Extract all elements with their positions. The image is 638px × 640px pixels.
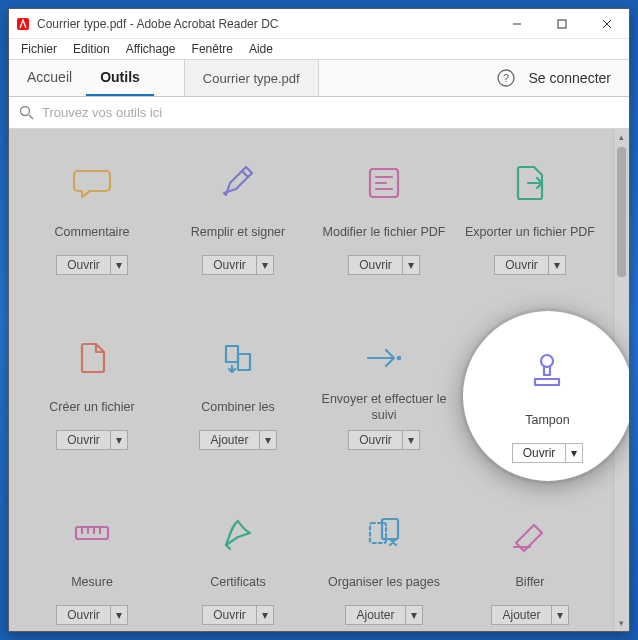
menu-fenetre[interactable]: Fenêtre [186,41,239,57]
menu-aide[interactable]: Aide [243,41,279,57]
tool-action-group: Ouvrir ▾ [56,255,128,275]
tool-action-dropdown[interactable]: ▾ [566,443,583,463]
tool-action-dropdown[interactable]: ▾ [403,430,420,450]
menu-fichier[interactable]: Fichier [15,41,63,57]
signin-link[interactable]: Se connecter [525,60,626,96]
tool-action-group: Ajouter ▾ [199,430,276,450]
tool-action-group: Ouvrir ▾ [348,430,420,450]
tool-combine[interactable]: Combiner les Ajouter ▾ [165,324,311,489]
tool-comment[interactable]: Commentaire Ouvrir ▾ [19,149,165,314]
menubar: Fichier Edition Affichage Fenêtre Aide [9,39,629,59]
titlebar: Courrier type.pdf - Adobe Acrobat Reader… [9,9,629,39]
svg-text:?: ? [502,72,508,84]
scroll-up-icon[interactable]: ▴ [614,129,629,145]
tool-label: Certificats [206,567,270,599]
redact-icon [506,509,554,557]
acrobat-app-icon [15,16,31,32]
tool-action-button[interactable]: Ajouter [199,430,259,450]
tool-create-pdf[interactable]: Créer un fichier Ouvrir ▾ [19,324,165,489]
tool-action-button[interactable]: Ouvrir [494,255,549,275]
tool-action-dropdown[interactable]: ▾ [406,605,423,625]
measure-icon [68,509,116,557]
tool-action-button[interactable]: Ouvrir [56,255,111,275]
export-pdf-icon [506,159,554,207]
tool-action-button[interactable]: Ajouter [345,605,405,625]
tool-action-group: Ouvrir ▾ [512,443,584,463]
certificates-icon [214,509,262,557]
main-toolbar: Accueil Outils Courrier type.pdf ? Se co… [9,59,629,97]
search-bar [9,97,629,129]
svg-point-13 [397,356,402,361]
help-icon[interactable]: ? [487,60,525,96]
tool-label: Remplir et signer [187,217,289,249]
window-title: Courrier type.pdf - Adobe Acrobat Reader… [37,17,278,31]
organize-icon [360,509,408,557]
svg-line-8 [29,115,33,119]
tool-certificates[interactable]: Certificats Ouvrir ▾ [165,499,311,631]
minimize-button[interactable] [494,9,539,39]
tool-label: Organiser les pages [324,567,444,599]
tool-stamp[interactable]: Tampon Ouvrir ▾ [512,329,584,463]
tool-action-button[interactable]: Ouvrir [348,255,403,275]
tool-action-group: Ouvrir ▾ [348,255,420,275]
svg-rect-2 [558,20,566,28]
tab-document[interactable]: Courrier type.pdf [184,60,319,96]
comment-icon [68,159,116,207]
create-pdf-icon [68,334,116,382]
tool-action-button[interactable]: Ouvrir [56,605,111,625]
menu-edition[interactable]: Edition [67,41,116,57]
tool-action-button[interactable]: Ouvrir [56,430,111,450]
tool-action-dropdown[interactable]: ▾ [111,255,128,275]
tool-label: Tampon [521,405,573,437]
search-icon [19,105,34,120]
send-track-icon [360,334,408,382]
tool-label: Commentaire [50,217,133,249]
tool-action-dropdown[interactable]: ▾ [260,430,277,450]
tool-measure[interactable]: Mesure Ouvrir ▾ [19,499,165,631]
stamp-icon [523,347,571,395]
tools-panel: Commentaire Ouvrir ▾ Remplir et signer O… [9,129,629,631]
tool-send-track[interactable]: Envoyer et effectuer le suivi Ouvrir ▾ [311,324,457,489]
tool-organize[interactable]: Organiser les pages Ajouter ▾ [311,499,457,631]
maximize-button[interactable] [539,9,584,39]
tool-action-group: Ouvrir ▾ [202,605,274,625]
tool-action-button[interactable]: Ajouter [491,605,551,625]
tool-edit-pdf[interactable]: Modifier le fichier PDF Ouvrir ▾ [311,149,457,314]
combine-icon [214,334,262,382]
tool-label: Modifier le fichier PDF [319,217,450,249]
tool-action-button[interactable]: Ouvrir [202,255,257,275]
fill-sign-icon [214,159,262,207]
menu-affichage[interactable]: Affichage [120,41,182,57]
tool-export-pdf[interactable]: Exporter un fichier PDF Ouvrir ▾ [457,149,603,314]
scroll-down-icon[interactable]: ▾ [614,615,629,631]
tool-action-group: Ajouter ▾ [491,605,568,625]
tool-action-dropdown[interactable]: ▾ [552,605,569,625]
tool-action-group: Ouvrir ▾ [202,255,274,275]
tool-action-dropdown[interactable]: ▾ [257,605,274,625]
tool-action-dropdown[interactable]: ▾ [111,605,128,625]
tool-action-dropdown[interactable]: ▾ [257,255,274,275]
close-button[interactable] [584,9,629,39]
tool-action-dropdown[interactable]: ▾ [549,255,566,275]
tool-action-dropdown[interactable]: ▾ [111,430,128,450]
tool-action-dropdown[interactable]: ▾ [403,255,420,275]
app-window: Courrier type.pdf - Adobe Acrobat Reader… [8,8,630,632]
tool-action-button[interactable]: Ouvrir [512,443,567,463]
tool-action-button[interactable]: Ouvrir [202,605,257,625]
tool-action-group: Ouvrir ▾ [56,605,128,625]
svg-point-22 [541,355,553,367]
tool-action-group: Ouvrir ▾ [56,430,128,450]
svg-point-7 [21,107,30,116]
search-input[interactable] [42,105,619,120]
tab-outils[interactable]: Outils [86,60,154,96]
tool-label: Combiner les [197,392,279,424]
tool-fill-sign[interactable]: Remplir et signer Ouvrir ▾ [165,149,311,314]
tool-action-button[interactable]: Ouvrir [348,430,403,450]
scroll-thumb[interactable] [617,147,626,277]
svg-rect-15 [76,527,108,539]
tool-redact[interactable]: Biffer Ajouter ▾ [457,499,603,631]
tool-action-group: Ajouter ▾ [345,605,422,625]
tab-accueil[interactable]: Accueil [13,60,86,96]
tool-label: Exporter un fichier PDF [461,217,599,249]
tool-label: Mesure [67,567,117,599]
